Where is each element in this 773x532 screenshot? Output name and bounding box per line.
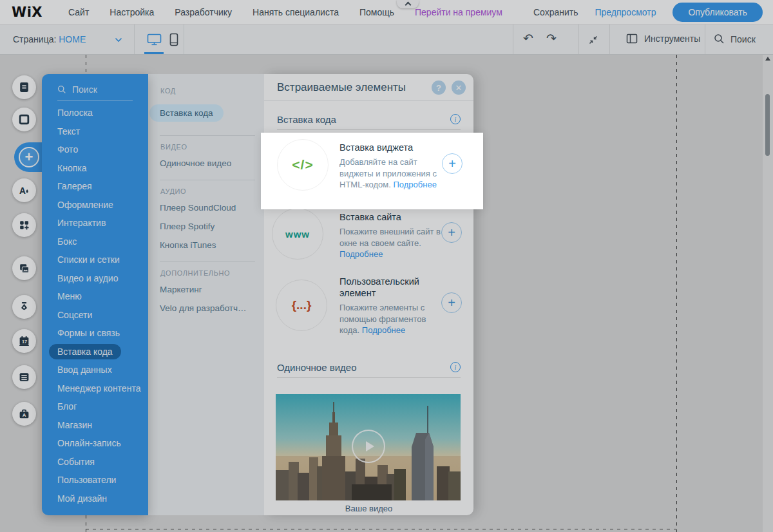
category-item[interactable]: Ввод данных <box>42 361 148 379</box>
menubar-item[interactable]: Разработчику <box>175 7 232 17</box>
rail-background-button[interactable] <box>12 108 36 131</box>
learn-more-link[interactable]: Подробнее <box>362 325 405 335</box>
category-item[interactable]: Блог <box>42 397 148 416</box>
collapse-topbar-tab[interactable] <box>397 0 419 8</box>
canvas-scrollbar-thumb[interactable] <box>765 94 770 156</box>
canvas-scrollbar-track <box>763 55 773 532</box>
info-icon[interactable]: i <box>450 362 461 372</box>
play-icon[interactable] <box>352 430 385 463</box>
add-widget-button[interactable]: + <box>442 153 463 174</box>
rail-app-market-button[interactable] <box>12 213 36 237</box>
category-item[interactable]: Интерактив <box>42 214 148 233</box>
category-item[interactable]: Галерея <box>42 177 148 196</box>
search-icon <box>714 33 725 44</box>
category-item[interactable]: Онлайн-запись <box>42 434 148 453</box>
tools-panel-icon <box>626 33 638 44</box>
rail-add-button[interactable]: + <box>17 145 41 169</box>
widget-embed-spotlight[interactable]: </> Вставка виджета Добавляйте на сайт в… <box>261 133 483 209</box>
menubar-items: СайтНастройкаРазработчикуНанять специали… <box>68 7 394 17</box>
tools-button[interactable]: Инструменты <box>626 33 700 44</box>
rail-site-design-button[interactable]: A <box>12 178 36 202</box>
page-label: Страница: <box>13 34 56 44</box>
menubar-item[interactable]: Сайт <box>68 7 89 17</box>
save-button[interactable]: Сохранить <box>533 7 578 17</box>
category-item[interactable]: Полоска <box>42 104 148 122</box>
embed-site-icon-circle[interactable]: www <box>272 208 323 260</box>
category-item[interactable]: Оформление <box>42 196 148 214</box>
rail-bookings-button[interactable]: 17 <box>12 329 36 353</box>
subpanel-item[interactable]: Плеер SoundCloud <box>160 198 264 217</box>
toolbar-search-button[interactable]: Поиск <box>714 33 756 44</box>
bookings-icon: 17 <box>18 335 30 347</box>
panel-header: Встраиваемые элементы ? ✕ <box>264 74 473 101</box>
mobile-view-icon[interactable] <box>169 33 179 46</box>
subpanel-item[interactable]: Маркетинг <box>160 280 264 299</box>
custom-element-item: Пользовательский элемент Покажите элемен… <box>339 276 444 336</box>
category-item[interactable]: Мой дизайн <box>42 489 148 508</box>
category-item[interactable]: Соцсети <box>42 306 148 325</box>
category-item[interactable]: Пользователи <box>42 471 148 489</box>
learn-more-link[interactable]: Подробнее <box>394 180 437 189</box>
rail-pages-button[interactable] <box>12 75 36 99</box>
item-description: Добавляйте на сайт виджеты и приложения … <box>339 157 449 191</box>
category-item[interactable]: Формы и связь <box>42 324 148 343</box>
scroll-top-icon[interactable] <box>765 57 770 61</box>
chevron-down-icon[interactable] <box>115 37 122 43</box>
publish-button[interactable]: Опубликовать <box>673 3 763 22</box>
video-caption: Ваше видео <box>264 504 473 513</box>
subpanel-divider <box>160 180 255 180</box>
add-custom-element-button[interactable]: + <box>441 292 462 313</box>
item-title: Вставка виджета <box>339 142 449 153</box>
category-item[interactable]: Менеджер контента <box>42 379 148 398</box>
video-thumbnail[interactable] <box>276 394 461 500</box>
toolbar-separator <box>578 24 579 54</box>
subpanel-item[interactable]: Velo для разработч… <box>160 299 264 318</box>
undo-icon[interactable]: ↶ <box>523 31 533 45</box>
menubar-item[interactable]: Настройка <box>110 7 154 17</box>
zoom-out-icon[interactable] <box>587 34 599 46</box>
category-search-input[interactable] <box>72 84 137 95</box>
section-code-header: Вставка кода i <box>277 114 461 130</box>
preview-button[interactable]: Предпросмотр <box>595 7 656 17</box>
page-guide-right <box>676 55 677 532</box>
redo-icon[interactable]: ↷ <box>546 31 557 45</box>
category-search[interactable] <box>42 74 148 95</box>
menubar-item[interactable]: Помощь <box>359 7 394 17</box>
upgrade-premium-link[interactable]: Перейти на премиум <box>415 7 502 17</box>
rail-media-button[interactable] <box>12 256 36 280</box>
rail-content-manager-button[interactable] <box>12 365 36 389</box>
add-site-embed-button[interactable]: + <box>441 222 462 243</box>
category-item[interactable]: Фото <box>42 140 148 159</box>
subpanel-group-header: ДОПОЛНИТЕЛЬНО <box>160 269 264 277</box>
rail-promo-button[interactable]: A <box>12 402 36 426</box>
subpanel-item[interactable]: Одиночное видео <box>160 154 264 173</box>
background-icon <box>18 113 30 126</box>
category-item[interactable]: Магазин <box>42 416 148 435</box>
page-selector[interactable]: Страница: HOME <box>13 34 86 44</box>
panel-title: Встраиваемые элементы <box>277 81 406 94</box>
category-item[interactable]: Кнопка <box>42 159 148 178</box>
add-icon: + <box>19 147 39 167</box>
menubar-item[interactable]: Нанять специалиста <box>253 7 339 17</box>
category-item[interactable]: Вставка кода <box>42 343 148 361</box>
code-tag-icon: </> <box>292 157 313 173</box>
category-item[interactable]: Меню <box>42 287 148 306</box>
subpanel-item[interactable]: Кнопка iTunes <box>160 236 264 254</box>
close-icon[interactable]: ✕ <box>452 81 466 95</box>
pages-icon <box>18 81 30 93</box>
widget-icon-circle[interactable]: </> <box>277 139 329 191</box>
menubar-actions: Сохранить Предпросмотр Опубликовать <box>533 3 773 22</box>
category-item[interactable]: Текст <box>42 122 148 141</box>
help-button[interactable]: ? <box>432 81 446 95</box>
subpanel-item[interactable]: Плеер Spotify <box>160 217 264 236</box>
desktop-view-icon[interactable] <box>147 33 162 46</box>
subpanel-item[interactable]: Вставка кода <box>160 98 264 128</box>
category-item[interactable]: Бокс <box>42 233 148 251</box>
custom-element-icon-circle[interactable]: {...} <box>276 280 327 331</box>
category-item[interactable]: События <box>42 453 148 471</box>
learn-more-link[interactable]: Подробнее <box>339 249 383 259</box>
category-item[interactable]: Списки и сетки <box>42 251 148 269</box>
category-item[interactable]: Видео и аудио <box>42 269 148 288</box>
rail-velo-button[interactable] <box>12 295 36 319</box>
info-icon[interactable]: i <box>450 114 461 124</box>
